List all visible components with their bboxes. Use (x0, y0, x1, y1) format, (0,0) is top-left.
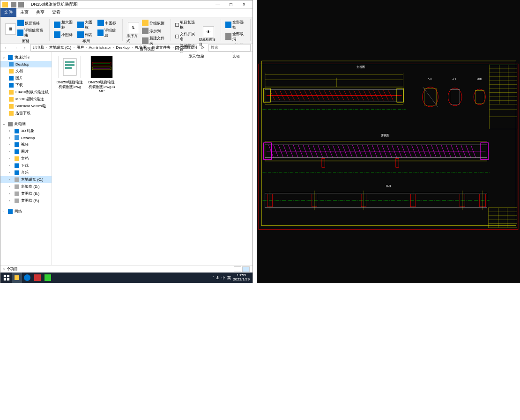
chevron-right-icon: › (172, 45, 174, 50)
network-header[interactable]: › 网络 (0, 208, 52, 215)
window-title: DN250螺旋输送机装配图 (29, 1, 211, 7)
chevron-right-icon: › (86, 45, 87, 50)
layout-medium[interactable]: 中图标 (97, 19, 119, 27)
sidebar-item[interactable]: Desktop (0, 61, 52, 67)
file-list-area[interactable]: DN250螺旋输送机装配图.dwg DN250螺旋输送机装配图.dwg.BMP (52, 52, 253, 265)
layout-small[interactable]: 小图标 (53, 31, 76, 38)
taskbar-app-2[interactable] (32, 273, 43, 283)
checkbox-ext[interactable]: 文件扩展名 (175, 31, 198, 42)
sidebar-item[interactable]: ›音乐 (0, 169, 52, 176)
sidebar-item-label: MS30埋刮式输送 (15, 96, 44, 102)
file-item-bmp[interactable]: DN250螺旋输送机装配图.dwg.BMP (88, 56, 116, 94)
search-input[interactable] (208, 44, 251, 52)
select-all-button[interactable]: 全部选择 (225, 19, 247, 30)
expand-icon: › (9, 170, 13, 175)
add-columns-button[interactable]: 添加列 (141, 27, 168, 35)
sidebar-item-label: 赛图软 (E:) (21, 191, 39, 196)
nav-pane-icon[interactable]: ▦ (5, 23, 16, 35)
minimize-button[interactable]: — (211, 0, 224, 9)
breadcrumb-item[interactable]: 本地磁盘 (C:) (49, 45, 72, 50)
ribbon-group-show-hide: 项目复选框 文件扩展名 隐藏的项目 👁 隐藏所选项目 显示/隐藏 (172, 19, 221, 41)
back-button[interactable]: ← (2, 44, 10, 52)
expand-icon: › (9, 192, 13, 196)
tab-share[interactable]: 共享 (32, 8, 48, 17)
sidebar-item[interactable]: ›新加卷 (D:) (0, 183, 52, 190)
quick-access-header[interactable]: ⌄ 快速访问 (0, 54, 52, 61)
sidebar-item[interactable]: 下载 (0, 81, 52, 88)
icon (142, 20, 149, 26)
sidebar-item[interactable]: ›文档 (0, 155, 52, 162)
breadcrumb-item[interactable]: Administrator (89, 45, 111, 50)
select-none-button[interactable]: 全部取消 (225, 31, 247, 42)
tab-view[interactable]: 查看 (48, 8, 64, 17)
drive-icon (15, 199, 19, 203)
sidebar-item[interactable]: Fu410刮板式输送机 (0, 88, 52, 96)
view-icons-button[interactable] (242, 266, 250, 272)
sort-icon[interactable]: ⇅ (128, 22, 139, 33)
qat-icon[interactable] (11, 2, 16, 7)
close-button[interactable]: × (238, 0, 251, 9)
ribbon-group-current-view: ⇅ 排序方式 分组依据 添加列 新建文件夹 当前视图 (124, 19, 171, 41)
sidebar-item-label: 视频 (21, 142, 29, 147)
taskbar-app-3[interactable] (43, 273, 53, 283)
layout-details[interactable]: 详细信息 (97, 27, 119, 38)
sidebar-item[interactable]: ›Desktop (0, 134, 52, 141)
tab-home[interactable]: 主页 (16, 8, 32, 17)
file-label: DN250螺旋输送机装配图.dwg.BMP (88, 80, 116, 94)
breadcrumb-item[interactable]: 新建文件夹 (152, 45, 171, 50)
maximize-button[interactable]: □ (224, 0, 238, 9)
sidebar-item[interactable]: 图片 (0, 74, 52, 81)
details-pane-button[interactable]: 详细信息窗格 (17, 27, 46, 38)
breadcrumb-item[interactable]: DN250螺旋输送机装配图 (176, 45, 197, 50)
sidebar-item[interactable]: 迅雷下载 (0, 110, 52, 117)
qat-icon[interactable] (18, 2, 24, 7)
sidebar-item[interactable]: 文档 (0, 67, 52, 74)
sidebar-item[interactable]: ›3D 对象 (0, 127, 52, 134)
sort-label: 排序方式 (126, 33, 141, 44)
layout-large[interactable]: 大图标 (77, 19, 96, 30)
preview-pane-button[interactable]: 预览窗格 (17, 19, 46, 27)
breadcrumb-item[interactable]: 此电脑 (33, 45, 44, 50)
sidebar-item[interactable]: ›本地磁盘 (C:) (0, 176, 52, 183)
breadcrumb-item[interactable]: Desktop (116, 45, 129, 50)
sidebar-item-label: 文档 (21, 156, 29, 161)
ime-indicator[interactable]: 中 (222, 275, 225, 280)
taskbar-explorer[interactable] (12, 273, 22, 283)
sidebar-item[interactable]: Solenoid Valves电 (0, 103, 52, 110)
hide-items-icon[interactable]: 👁 (203, 26, 214, 37)
group-by-button[interactable]: 分组依据 (141, 19, 168, 27)
view-label: 俯视图 (381, 133, 389, 137)
layout-list[interactable]: 列表 (77, 31, 96, 38)
group-label: 布局 (82, 38, 90, 44)
ime-indicator[interactable]: 英 (227, 275, 231, 280)
breadcrumb-item[interactable]: PL集图 (134, 45, 147, 50)
breadcrumb-item[interactable]: 用户 (76, 45, 84, 50)
sidebar-item[interactable]: ›图片 (0, 148, 52, 155)
tray-network-icon[interactable]: 🖧 (216, 276, 220, 280)
sidebar-item[interactable]: ›赛图软 (F:) (0, 197, 52, 204)
clock[interactable]: 13:59 2023/1/29 (233, 273, 250, 282)
this-pc-header[interactable]: ⌄ 此电脑 (0, 120, 52, 127)
view-details-button[interactable] (234, 266, 241, 272)
sidebar-item[interactable]: ›赛图软 (E:) (0, 190, 52, 197)
sidebar-item[interactable]: MS30埋刮式输送 (0, 96, 52, 103)
folder-icon (9, 90, 14, 95)
tab-file[interactable]: 文件 (0, 8, 16, 17)
breadcrumb[interactable]: 此电脑›本地磁盘 (C:)›用户›Administrator›Desktop›P… (30, 44, 197, 52)
up-button[interactable]: ↑ (21, 44, 29, 52)
start-button[interactable] (1, 273, 12, 283)
checkbox-items[interactable]: 项目复选框 (175, 19, 198, 30)
checkbox-icon (175, 23, 179, 27)
layout-xlarge[interactable]: 超大图标 (53, 19, 76, 30)
sidebar-item[interactable]: ›下载 (0, 162, 52, 169)
group-label: 窗格 (22, 38, 30, 44)
expand-icon: › (2, 209, 6, 214)
file-item-dwg[interactable]: DN250螺旋输送机装配图.dwg (56, 56, 84, 89)
tray-chevron-icon[interactable]: ˄ (212, 276, 214, 280)
taskbar-app-1[interactable] (22, 273, 32, 283)
app-icon (34, 274, 41, 281)
refresh-button[interactable]: ⟳ (199, 44, 207, 52)
forward-button[interactable]: → (12, 44, 19, 52)
sidebar-item[interactable]: ›视频 (0, 141, 52, 148)
svg-rect-2 (65, 64, 74, 66)
